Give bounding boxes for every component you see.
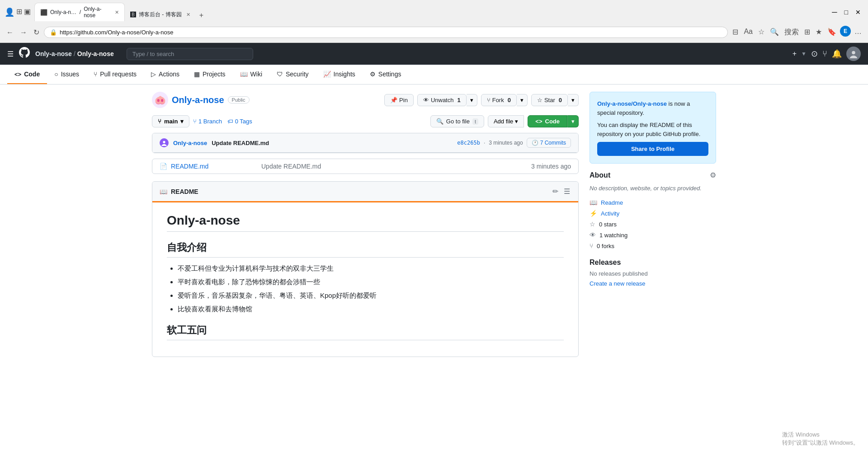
stars-count: 0 stars [599, 221, 617, 228]
tab-cnblog[interactable]: 🅱 博客后台 - 博客园 ✕ [125, 8, 196, 21]
tab-github[interactable]: ⬛ Only-a-nose/Only-a-nose ✕ [34, 3, 125, 21]
table-row: 📄 README.md Update README.md 3 minutes a… [152, 159, 578, 174]
branch-selector[interactable]: ⑂ main ▾ [152, 115, 189, 127]
plus-icon[interactable]: + [793, 50, 797, 58]
address-input[interactable] [60, 29, 722, 36]
code-button[interactable]: <> Code [528, 115, 567, 127]
repo-name[interactable]: Only-a-nose [172, 95, 224, 105]
nav-wiki[interactable]: 📖 Wiki [233, 65, 269, 84]
eye-icon: 👁 [423, 97, 429, 103]
refresh-button[interactable]: ↻ [32, 26, 41, 38]
repo-left-panel: 🐽 Only-a-nose Public 📌 Pin 👁 Unwatch 1 [152, 92, 579, 357]
nav-issues-label: Issues [61, 70, 79, 78]
branch-count-link[interactable]: ⑂ 1 Branch [193, 118, 222, 125]
breadcrumb-repo[interactable]: Only-a-nose [77, 50, 114, 57]
tab-close-cnblog[interactable]: ✕ [186, 12, 190, 18]
nav-issues[interactable]: ○ Issues [47, 65, 86, 84]
nav-pullrequests[interactable]: ⑂ Pull requests [86, 65, 144, 84]
nav-security-label: Security [286, 70, 309, 78]
edit-readme-button[interactable]: ✏ [552, 186, 559, 197]
more-options-icon[interactable]: … [853, 26, 863, 39]
star-button[interactable]: ☆ Star 0 [531, 94, 568, 106]
user-avatar[interactable] [846, 47, 861, 61]
favorites-icon[interactable]: ★ [814, 26, 824, 39]
about-activity-link[interactable]: ⚡ Activity [590, 208, 716, 219]
commit-time: 3 minutes ago [489, 140, 523, 146]
nav-security[interactable]: 🛡 Security [269, 65, 316, 84]
book-icon: 📖 [160, 188, 167, 195]
window-maximize[interactable]: □ [842, 7, 851, 17]
issue-tracker-icon[interactable]: ⊙ [811, 49, 818, 59]
forks-link-icon: ⑂ [590, 242, 593, 249]
back-button[interactable]: ← [5, 27, 15, 38]
fork-button[interactable]: ⑂ Fork 0 [481, 94, 517, 106]
browser-profile-icon[interactable]: E [840, 26, 851, 37]
split-view-icon[interactable]: ⊟ [731, 26, 740, 39]
readme-link[interactable]: Readme [601, 199, 623, 206]
breadcrumb-owner[interactable]: Only-a-nose [35, 50, 72, 57]
commit-count-button[interactable]: 🕐 7 Commits [527, 138, 571, 148]
user-icon[interactable]: 👤 [5, 7, 14, 17]
nav-settings[interactable]: ⚙ Settings [363, 65, 409, 84]
share-to-profile-button[interactable]: Share to Profile [597, 142, 708, 156]
nav-insights[interactable]: 📈 Insights [316, 65, 363, 84]
tab-grid-icon[interactable]: ⊞ [16, 7, 22, 17]
about-readme-link[interactable]: 📖 Readme [590, 197, 716, 208]
github-logo[interactable] [19, 47, 30, 61]
special-repo-name: Only-a-nose/Only-a-nose [597, 100, 667, 107]
star-chevron[interactable]: ▾ [568, 94, 579, 106]
chevron-down-icon[interactable]: ▼ [801, 51, 807, 57]
commit-meta: e8c265b · 3 minutes ago 🕐 7 Commits [457, 138, 571, 148]
bookmark-icon[interactable]: ☆ [756, 26, 766, 39]
address-bar[interactable]: 🔒 [44, 27, 728, 38]
browser-search-icon[interactable]: 🔍 [768, 26, 781, 39]
inbox-icon[interactable]: 🔔 [832, 49, 842, 59]
collections-icon[interactable]: 🔖 [826, 26, 838, 39]
special-repo-description: You can display the README of this repos… [597, 121, 708, 138]
unwatch-chevron[interactable]: ▾ [467, 94, 477, 106]
search-label[interactable]: 搜索 [783, 26, 801, 39]
go-to-file-button[interactable]: 🔍 Go to file t [430, 115, 484, 127]
nav-code[interactable]: <> Code [7, 65, 47, 84]
commit-hash[interactable]: e8c265b [457, 140, 480, 146]
special-repo-text: Only-a-nose/Only-a-nose is now a special… [597, 99, 708, 117]
insights-icon: 📈 [323, 70, 331, 78]
about-watching-link[interactable]: 👁 1 watching [590, 230, 716, 240]
nav-actions[interactable]: ▷ Actions [144, 65, 187, 84]
about-title: About [590, 171, 610, 179]
tab-close-github[interactable]: ✕ [115, 9, 119, 15]
pin-button[interactable]: 📌 Pin [384, 94, 414, 106]
code-chevron[interactable]: ▾ [567, 115, 579, 127]
sidebar-toggle-icon[interactable]: ⊞ [802, 26, 812, 39]
tab-label-repo: Only-a-nose [84, 6, 110, 19]
forward-button[interactable]: → [18, 27, 29, 38]
about-stars-link[interactable]: ☆ 0 stars [590, 219, 716, 230]
new-tab-button[interactable]: + [196, 9, 207, 21]
tag-count-link[interactable]: 🏷 0 Tags [227, 118, 252, 125]
add-file-button[interactable]: Add file ▾ [488, 115, 524, 127]
window-close[interactable]: ✕ [853, 7, 863, 17]
star-btn-group: ☆ Star 0 ▾ [531, 94, 579, 106]
commit-author-link[interactable]: Only-a-nose [173, 140, 207, 146]
hamburger-icon[interactable]: ☰ [7, 50, 14, 58]
activity-link[interactable]: Activity [601, 210, 619, 217]
about-forks-link[interactable]: ⑂ 0 forks [590, 240, 716, 251]
tab-groups-icon[interactable]: ▣ [24, 7, 31, 17]
read-mode-icon[interactable]: Aa [742, 26, 755, 39]
nav-pr-label: Pull requests [100, 70, 137, 78]
window-minimize[interactable]: ─ [829, 7, 840, 17]
pull-request-icon[interactable]: ⑂ [822, 49, 827, 59]
unwatch-button[interactable]: 👁 Unwatch 1 [417, 94, 467, 106]
nav-wiki-label: Wiki [250, 70, 262, 78]
code-btn-label: Code [545, 118, 560, 125]
create-release-link[interactable]: Create a new release [590, 280, 646, 287]
toc-button[interactable]: ☰ [563, 186, 571, 197]
about-settings-icon[interactable]: ⚙ [710, 171, 716, 179]
file-name-link[interactable]: README.md [171, 163, 261, 170]
global-search-input[interactable] [127, 48, 253, 60]
file-commit-message: Update README.md [261, 163, 531, 170]
global-search[interactable] [127, 48, 253, 60]
nav-projects[interactable]: ▦ Projects [187, 65, 233, 84]
fork-chevron[interactable]: ▾ [517, 94, 528, 106]
commit-author-avatar[interactable] [160, 138, 169, 147]
